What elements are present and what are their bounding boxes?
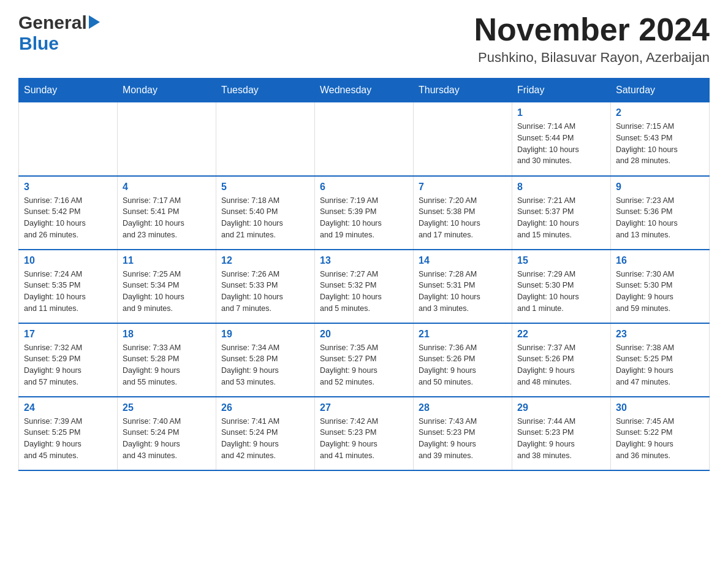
day-number: 29 <box>517 402 605 413</box>
day-number: 24 <box>24 402 112 413</box>
day-number: 30 <box>616 402 704 413</box>
calendar-week-4: 17Sunrise: 7:32 AMSunset: 5:29 PMDayligh… <box>19 323 710 397</box>
day-number: 4 <box>123 182 211 193</box>
calendar-cell: 24Sunrise: 7:39 AMSunset: 5:25 PMDayligh… <box>19 397 118 470</box>
day-info: Sunrise: 7:34 AMSunset: 5:28 PMDaylight:… <box>221 342 309 388</box>
calendar-cell: 22Sunrise: 7:37 AMSunset: 5:26 PMDayligh… <box>512 323 611 397</box>
title-section: November 2024 Pushkino, Bilasuvar Rayon,… <box>474 12 710 66</box>
day-number: 14 <box>419 255 507 266</box>
calendar-cell: 16Sunrise: 7:30 AMSunset: 5:30 PMDayligh… <box>611 250 710 323</box>
day-number: 8 <box>517 182 605 193</box>
location-title: Pushkino, Bilasuvar Rayon, Azerbaijan <box>474 50 710 66</box>
day-number: 28 <box>419 402 507 413</box>
calendar-cell: 23Sunrise: 7:38 AMSunset: 5:25 PMDayligh… <box>611 323 710 397</box>
header-thursday: Thursday <box>414 79 512 102</box>
day-info: Sunrise: 7:25 AMSunset: 5:34 PMDaylight:… <box>123 269 211 315</box>
day-info: Sunrise: 7:40 AMSunset: 5:24 PMDaylight:… <box>123 416 211 462</box>
day-number: 6 <box>320 182 408 193</box>
day-info: Sunrise: 7:14 AMSunset: 5:44 PMDaylight:… <box>517 121 605 167</box>
day-number: 23 <box>616 329 704 340</box>
day-info: Sunrise: 7:36 AMSunset: 5:26 PMDaylight:… <box>419 342 507 388</box>
day-number: 10 <box>24 255 112 266</box>
calendar-cell <box>216 102 315 176</box>
header-monday: Monday <box>118 79 216 102</box>
calendar-cell: 14Sunrise: 7:28 AMSunset: 5:31 PMDayligh… <box>414 250 512 323</box>
calendar-cell: 27Sunrise: 7:42 AMSunset: 5:23 PMDayligh… <box>315 397 414 470</box>
calendar-cell: 15Sunrise: 7:29 AMSunset: 5:30 PMDayligh… <box>512 250 611 323</box>
day-info: Sunrise: 7:37 AMSunset: 5:26 PMDaylight:… <box>517 342 605 388</box>
calendar-cell: 6Sunrise: 7:19 AMSunset: 5:39 PMDaylight… <box>315 176 414 250</box>
day-info: Sunrise: 7:29 AMSunset: 5:30 PMDaylight:… <box>517 269 605 315</box>
calendar-cell: 29Sunrise: 7:44 AMSunset: 5:23 PMDayligh… <box>512 397 611 470</box>
calendar-week-2: 3Sunrise: 7:16 AMSunset: 5:42 PMDaylight… <box>19 176 710 250</box>
day-info: Sunrise: 7:35 AMSunset: 5:27 PMDaylight:… <box>320 342 408 388</box>
calendar-cell: 25Sunrise: 7:40 AMSunset: 5:24 PMDayligh… <box>118 397 216 470</box>
day-number: 1 <box>517 107 605 118</box>
header-saturday: Saturday <box>611 79 710 102</box>
calendar-cell: 3Sunrise: 7:16 AMSunset: 5:42 PMDaylight… <box>19 176 118 250</box>
day-info: Sunrise: 7:15 AMSunset: 5:43 PMDaylight:… <box>616 121 704 167</box>
header-friday: Friday <box>512 79 611 102</box>
day-info: Sunrise: 7:44 AMSunset: 5:23 PMDaylight:… <box>517 416 605 462</box>
calendar-cell: 20Sunrise: 7:35 AMSunset: 5:27 PMDayligh… <box>315 323 414 397</box>
day-number: 17 <box>24 329 112 340</box>
calendar-cell: 11Sunrise: 7:25 AMSunset: 5:34 PMDayligh… <box>118 250 216 323</box>
calendar-cell <box>414 102 512 176</box>
day-number: 13 <box>320 255 408 266</box>
calendar-week-5: 24Sunrise: 7:39 AMSunset: 5:25 PMDayligh… <box>19 397 710 470</box>
logo-blue-text: Blue <box>19 33 59 53</box>
calendar-cell <box>315 102 414 176</box>
day-info: Sunrise: 7:33 AMSunset: 5:28 PMDaylight:… <box>123 342 211 388</box>
day-info: Sunrise: 7:43 AMSunset: 5:23 PMDaylight:… <box>419 416 507 462</box>
calendar-cell: 1Sunrise: 7:14 AMSunset: 5:44 PMDaylight… <box>512 102 611 176</box>
calendar-cell: 5Sunrise: 7:18 AMSunset: 5:40 PMDaylight… <box>216 176 315 250</box>
day-number: 21 <box>419 329 507 340</box>
day-number: 7 <box>419 182 507 193</box>
calendar-cell: 30Sunrise: 7:45 AMSunset: 5:22 PMDayligh… <box>611 397 710 470</box>
page-header: General Blue November 2024 Pushkino, Bil… <box>18 12 710 66</box>
day-info: Sunrise: 7:41 AMSunset: 5:24 PMDaylight:… <box>221 416 309 462</box>
day-number: 18 <box>123 329 211 340</box>
calendar-cell: 28Sunrise: 7:43 AMSunset: 5:23 PMDayligh… <box>414 397 512 470</box>
day-info: Sunrise: 7:16 AMSunset: 5:42 PMDaylight:… <box>24 195 112 241</box>
day-info: Sunrise: 7:38 AMSunset: 5:25 PMDaylight:… <box>616 342 704 388</box>
day-info: Sunrise: 7:20 AMSunset: 5:38 PMDaylight:… <box>419 195 507 241</box>
calendar-cell: 26Sunrise: 7:41 AMSunset: 5:24 PMDayligh… <box>216 397 315 470</box>
day-info: Sunrise: 7:21 AMSunset: 5:37 PMDaylight:… <box>517 195 605 241</box>
day-info: Sunrise: 7:45 AMSunset: 5:22 PMDaylight:… <box>616 416 704 462</box>
calendar-cell: 12Sunrise: 7:26 AMSunset: 5:33 PMDayligh… <box>216 250 315 323</box>
day-number: 26 <box>221 402 309 413</box>
calendar-cell: 19Sunrise: 7:34 AMSunset: 5:28 PMDayligh… <box>216 323 315 397</box>
logo: General Blue <box>18 12 100 54</box>
day-info: Sunrise: 7:17 AMSunset: 5:41 PMDaylight:… <box>123 195 211 241</box>
day-number: 3 <box>24 182 112 193</box>
calendar-week-3: 10Sunrise: 7:24 AMSunset: 5:35 PMDayligh… <box>19 250 710 323</box>
calendar-cell: 18Sunrise: 7:33 AMSunset: 5:28 PMDayligh… <box>118 323 216 397</box>
header-wednesday: Wednesday <box>315 79 414 102</box>
day-info: Sunrise: 7:18 AMSunset: 5:40 PMDaylight:… <box>221 195 309 241</box>
calendar-cell: 17Sunrise: 7:32 AMSunset: 5:29 PMDayligh… <box>19 323 118 397</box>
day-info: Sunrise: 7:27 AMSunset: 5:32 PMDaylight:… <box>320 269 408 315</box>
svg-marker-0 <box>89 15 100 29</box>
calendar-header-row: SundayMondayTuesdayWednesdayThursdayFrid… <box>19 79 710 102</box>
day-info: Sunrise: 7:19 AMSunset: 5:39 PMDaylight:… <box>320 195 408 241</box>
day-info: Sunrise: 7:24 AMSunset: 5:35 PMDaylight:… <box>24 269 112 315</box>
day-info: Sunrise: 7:30 AMSunset: 5:30 PMDaylight:… <box>616 269 704 315</box>
day-number: 11 <box>123 255 211 266</box>
day-number: 12 <box>221 255 309 266</box>
day-number: 27 <box>320 402 408 413</box>
calendar-cell: 7Sunrise: 7:20 AMSunset: 5:38 PMDaylight… <box>414 176 512 250</box>
header-sunday: Sunday <box>19 79 118 102</box>
calendar-cell: 10Sunrise: 7:24 AMSunset: 5:35 PMDayligh… <box>19 250 118 323</box>
day-number: 15 <box>517 255 605 266</box>
day-number: 5 <box>221 182 309 193</box>
day-number: 9 <box>616 182 704 193</box>
calendar-cell <box>19 102 118 176</box>
day-info: Sunrise: 7:39 AMSunset: 5:25 PMDaylight:… <box>24 416 112 462</box>
day-number: 2 <box>616 107 704 118</box>
header-tuesday: Tuesday <box>216 79 315 102</box>
calendar-cell: 4Sunrise: 7:17 AMSunset: 5:41 PMDaylight… <box>118 176 216 250</box>
calendar-cell: 8Sunrise: 7:21 AMSunset: 5:37 PMDaylight… <box>512 176 611 250</box>
day-info: Sunrise: 7:32 AMSunset: 5:29 PMDaylight:… <box>24 342 112 388</box>
day-info: Sunrise: 7:26 AMSunset: 5:33 PMDaylight:… <box>221 269 309 315</box>
